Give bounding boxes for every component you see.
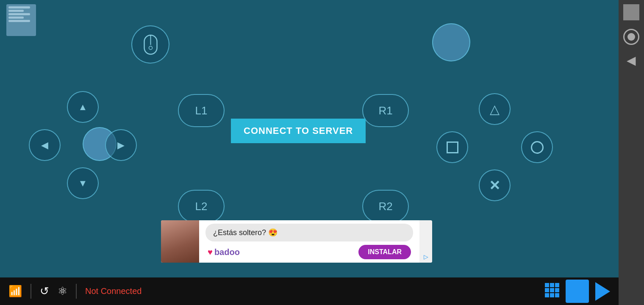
svg-rect-9: [545, 293, 549, 297]
main-area: ▲ ◀ ▶ ▼ L1 R1 CONNECT TO SERVER △: [0, 0, 619, 305]
top-right-button[interactable]: [432, 23, 470, 61]
svg-rect-7: [550, 288, 554, 292]
ad-avatar: [161, 220, 199, 263]
svg-rect-4: [550, 283, 554, 287]
r1-button[interactable]: R1: [362, 94, 409, 127]
file-icon: [6, 4, 36, 36]
controller-screen: ▲ ◀ ▶ ▼ L1 R1 CONNECT TO SERVER △: [0, 0, 619, 305]
down-arrow-icon: ▼: [78, 178, 88, 189]
circle-icon: [531, 141, 544, 154]
dpad-up-button[interactable]: ▲: [67, 91, 99, 123]
file-line-4: [8, 17, 24, 19]
atom-icon: ⚛: [58, 285, 67, 298]
l2-label: L2: [195, 200, 208, 213]
svg-rect-10: [550, 293, 554, 297]
r1-label: R1: [378, 104, 392, 117]
connection-status-text: Not Connected: [85, 286, 142, 296]
badoo-heart-icon: ♥: [208, 247, 213, 257]
sidebar-back-button[interactable]: ◀: [627, 53, 636, 67]
cross-icon: ✕: [489, 179, 500, 192]
dpad-down-button[interactable]: ▼: [67, 167, 99, 199]
grid-menu-button[interactable]: [544, 282, 559, 300]
sidebar-stop-button[interactable]: [623, 4, 639, 20]
sidebar-record-inner: [627, 33, 635, 41]
r2-label: R2: [378, 200, 392, 213]
circle-button[interactable]: [521, 131, 553, 163]
ad-content: ¿Estás soltero? 😍 ♥ badoo INSTALAR: [203, 224, 415, 259]
status-bar: 📶 ↺ ⚛ Not Connected: [0, 277, 619, 305]
ad-brand-area: ♥ badoo INSTALAR: [205, 245, 413, 259]
file-line-5: [8, 20, 30, 22]
ad-message-bubble: ¿Estás soltero? 😍: [205, 224, 413, 241]
svg-rect-3: [545, 283, 549, 287]
file-line-2: [8, 10, 24, 12]
svg-rect-11: [555, 293, 559, 297]
ad-avatar-image: [161, 220, 199, 263]
ad-badoo-logo: ♥ badoo: [208, 247, 240, 257]
device-refresh-icon: ↺: [40, 285, 49, 298]
back-arrow-icon: ◀: [627, 54, 636, 67]
left-arrow-icon: ◀: [41, 140, 48, 151]
svg-rect-5: [555, 283, 559, 287]
ad-indicator-icon: ▷: [419, 220, 432, 263]
connect-to-server-button[interactable]: CONNECT TO SERVER: [231, 119, 366, 143]
up-arrow-icon: ▲: [78, 102, 88, 113]
mouse-button[interactable]: [131, 25, 169, 64]
svg-point-2: [149, 46, 152, 50]
right-arrow-icon: ▶: [117, 140, 125, 151]
file-line-3: [8, 13, 30, 15]
wifi-icon: 📶: [8, 285, 22, 298]
ad-install-button[interactable]: INSTALAR: [358, 245, 411, 259]
r2-button[interactable]: R2: [362, 190, 409, 223]
status-divider-1: [31, 284, 31, 299]
dpad-left-button[interactable]: ◀: [29, 129, 61, 161]
status-right-controls: [544, 280, 610, 303]
triangle-icon: △: [490, 102, 500, 116]
ad-marker-icon: ▷: [424, 253, 428, 261]
l1-label: L1: [195, 104, 208, 117]
cross-button[interactable]: ✕: [479, 169, 511, 201]
play-button[interactable]: [595, 282, 610, 301]
square-icon: [447, 141, 458, 153]
l1-button[interactable]: L1: [178, 94, 225, 127]
svg-rect-6: [545, 288, 549, 292]
ad-banner: ¿Estás soltero? 😍 ♥ badoo INSTALAR ▷: [161, 220, 432, 263]
square-button[interactable]: [436, 131, 468, 163]
dpad-right-button[interactable]: ▶: [105, 129, 137, 161]
triangle-button[interactable]: △: [479, 93, 511, 125]
file-line-1: [8, 6, 30, 8]
right-sidebar: ◀: [619, 0, 644, 305]
badoo-brand-name: badoo: [214, 247, 240, 257]
l2-button[interactable]: L2: [178, 190, 225, 223]
sidebar-record-button[interactable]: [623, 29, 639, 45]
svg-rect-8: [555, 288, 559, 292]
status-divider-2: [76, 284, 77, 299]
stop-button[interactable]: [566, 280, 589, 303]
